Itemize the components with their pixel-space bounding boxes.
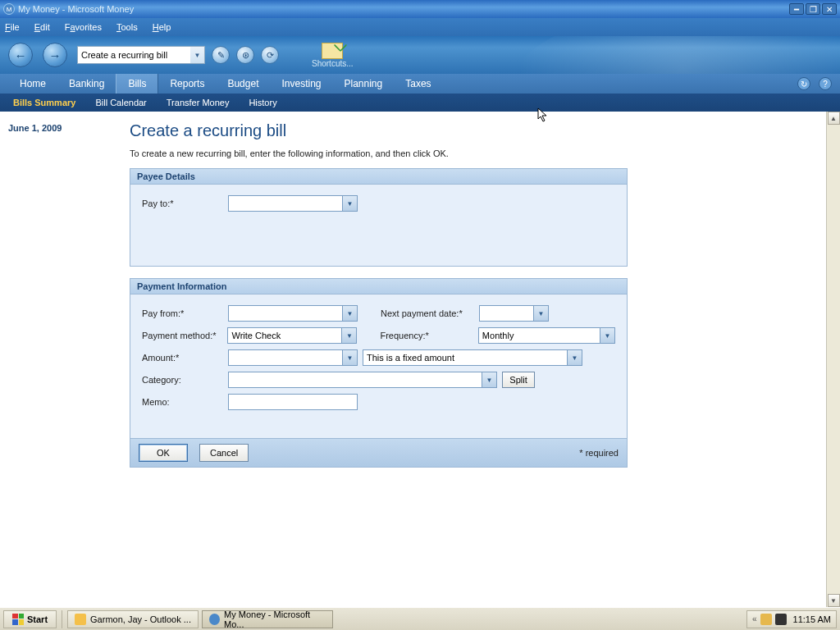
amount-combo[interactable]: ▼: [228, 349, 358, 366]
start-label: Start: [27, 614, 48, 624]
payment-method-combo[interactable]: ▼: [227, 327, 357, 344]
next-date-combo[interactable]: ▼: [479, 305, 549, 322]
task-outlook-label: Garmon, Jay - Outlook ...: [90, 614, 191, 624]
nav-banking[interactable]: Banking: [57, 74, 116, 94]
scroll-up-button[interactable]: ▲: [828, 112, 840, 125]
nav-taxes[interactable]: Taxes: [394, 74, 442, 94]
task-money-label: My Money - Microsoft Mo...: [224, 609, 326, 629]
toolbar: ← → ▼ ✎ ⊛ ⟳ Shortcuts...: [0, 36, 840, 74]
close-button[interactable]: ✕: [822, 3, 837, 15]
amount-type-combo[interactable]: ▼: [363, 349, 582, 366]
money-icon: [209, 614, 220, 625]
nav-investing[interactable]: Investing: [270, 74, 332, 94]
nav-budget[interactable]: Budget: [216, 74, 270, 94]
taskbar-task-money[interactable]: My Money - Microsoft Mo...: [202, 610, 333, 628]
tool-refresh-icon[interactable]: ⟳: [261, 46, 279, 64]
tray-clock[interactable]: 11:15 AM: [793, 614, 831, 624]
taskbar-task-outlook[interactable]: Garmon, Jay - Outlook ...: [67, 610, 199, 628]
taskbar: Start Garmon, Jay - Outlook ... My Money…: [0, 607, 840, 630]
pay-to-input[interactable]: [229, 196, 342, 211]
amount-type-input[interactable]: [363, 350, 567, 365]
tool-alert-icon[interactable]: ⊛: [236, 46, 254, 64]
nav-home[interactable]: Home: [8, 74, 57, 94]
address-box[interactable]: [77, 46, 190, 64]
page-intro: To create a new recurring bill, enter th…: [130, 148, 811, 158]
subnav-bill-calendar[interactable]: Bill Calendar: [85, 98, 156, 107]
nav-bills[interactable]: Bills: [116, 74, 158, 94]
content-body: June 1, 2009 Create a recurring bill To …: [0, 112, 840, 607]
shortcuts-button[interactable]: Shortcuts...: [312, 43, 354, 68]
frequency-dropdown-icon[interactable]: ▼: [600, 328, 614, 343]
app-icon: M: [3, 3, 15, 15]
panel-payment-info: Payment Information Pay from:* ▼ Next pa…: [130, 278, 628, 439]
payment-method-dropdown-icon[interactable]: ▼: [341, 328, 356, 343]
page-title: Create a recurring bill: [130, 121, 811, 140]
vertical-scrollbar[interactable]: ▲ ▼: [826, 112, 840, 607]
pay-to-combo[interactable]: ▼: [228, 195, 358, 212]
pay-to-dropdown-icon[interactable]: ▼: [342, 196, 357, 211]
sidebar-date: June 1, 2009: [8, 123, 62, 133]
back-button[interactable]: ←: [8, 43, 33, 67]
panel-footer: OK Cancel * required: [130, 439, 628, 468]
nav-planning[interactable]: Planning: [333, 74, 395, 94]
title-bar: M My Money - Microsoft Money ━ ❐ ✕: [0, 0, 840, 18]
maximize-button[interactable]: ❐: [806, 3, 820, 15]
ok-button[interactable]: OK: [139, 444, 188, 462]
subnav-bills-summary[interactable]: Bills Summary: [3, 98, 85, 107]
menu-edit[interactable]: Edit: [34, 22, 50, 32]
tray-icon-1[interactable]: [760, 614, 772, 625]
tray-expand-icon[interactable]: «: [752, 614, 757, 623]
windows-logo-icon: [12, 614, 24, 625]
tray-icon-2[interactable]: [775, 614, 787, 625]
amount-dropdown-icon[interactable]: ▼: [342, 350, 357, 365]
address-input[interactable]: [78, 47, 198, 63]
help-icon[interactable]: ?: [819, 77, 832, 90]
frequency-combo[interactable]: ▼: [478, 327, 615, 344]
label-category: Category:: [142, 375, 228, 385]
sync-icon[interactable]: ↻: [797, 77, 810, 90]
pay-from-dropdown-icon[interactable]: ▼: [342, 306, 357, 321]
payment-method-input[interactable]: [228, 328, 341, 343]
label-pay-to: Pay to:*: [142, 199, 228, 208]
panel-header-payment: Payment Information: [130, 279, 627, 294]
pay-from-input[interactable]: [229, 306, 342, 321]
menu-help[interactable]: Help: [153, 22, 171, 32]
system-tray[interactable]: « 11:15 AM: [746, 610, 837, 628]
minimize-button[interactable]: ━: [789, 3, 804, 15]
amount-input[interactable]: [229, 350, 342, 365]
label-payment-method: Payment method:*: [142, 331, 227, 340]
label-frequency: Frequency:*: [380, 331, 477, 340]
cancel-button[interactable]: Cancel: [199, 444, 249, 462]
menu-tools[interactable]: Tools: [116, 22, 138, 32]
scroll-down-button[interactable]: ▼: [828, 594, 840, 607]
pay-from-combo[interactable]: ▼: [228, 305, 358, 322]
sidebar: June 1, 2009: [0, 112, 123, 607]
menu-file[interactable]: File: [5, 22, 20, 32]
taskbar-separator: [62, 610, 62, 628]
frequency-input[interactable]: [479, 328, 600, 343]
nav-reports[interactable]: Reports: [158, 74, 216, 94]
label-pay-from: Pay from:*: [142, 308, 228, 318]
tool-pen-icon[interactable]: ✎: [212, 46, 230, 64]
menu-bar: File Edit Favorites Tools Help: [0, 18, 840, 36]
shortcuts-label: Shortcuts...: [312, 59, 354, 68]
subnav-history[interactable]: History: [239, 98, 286, 107]
main-pane: Create a recurring bill To create a new …: [123, 112, 826, 607]
memo-input[interactable]: [228, 394, 358, 410]
category-dropdown-icon[interactable]: ▼: [482, 372, 496, 387]
next-date-dropdown-icon[interactable]: ▼: [533, 306, 548, 321]
amount-type-dropdown-icon[interactable]: ▼: [567, 350, 582, 365]
address-dropdown[interactable]: ▼: [190, 46, 205, 64]
start-button[interactable]: Start: [3, 610, 57, 628]
category-combo[interactable]: ▼: [228, 372, 497, 388]
label-next-date: Next payment date:*: [381, 308, 479, 318]
split-button[interactable]: Split: [502, 372, 535, 388]
category-input[interactable]: [229, 372, 482, 387]
forward-button[interactable]: →: [43, 43, 67, 67]
menu-favorites[interactable]: Favorites: [65, 22, 102, 32]
next-date-input[interactable]: [480, 306, 533, 321]
app-window: M My Money - Microsoft Money ━ ❐ ✕ File …: [0, 0, 840, 607]
required-note: * required: [579, 448, 619, 458]
panel-header-payee: Payee Details: [130, 169, 627, 185]
subnav-transfer-money[interactable]: Transfer Money: [157, 98, 240, 107]
